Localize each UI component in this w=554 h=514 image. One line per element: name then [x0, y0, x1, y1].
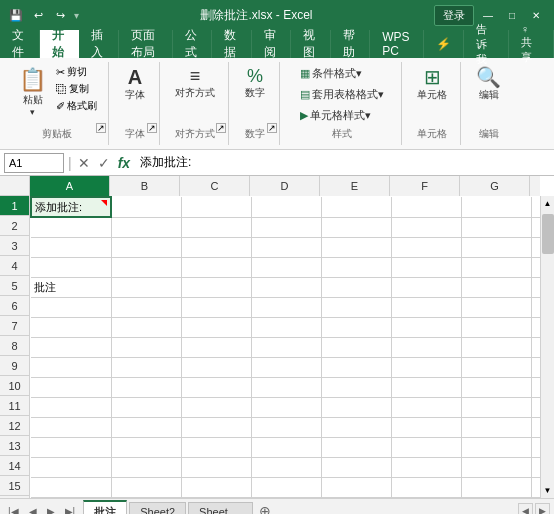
cell-G7[interactable] — [461, 317, 531, 337]
sheet-nav-last[interactable]: ▶| — [61, 504, 80, 515]
tab-review[interactable]: 审阅 — [252, 30, 292, 58]
cell-E11[interactable] — [321, 397, 391, 417]
row-header-4[interactable]: 4 — [0, 256, 29, 276]
cell-B13[interactable] — [111, 437, 181, 457]
cell-H5[interactable] — [531, 277, 540, 297]
cell-G14[interactable] — [461, 457, 531, 477]
tab-tell-me[interactable]: 告诉我 — [464, 30, 509, 58]
row-header-10[interactable]: 10 — [0, 376, 29, 396]
number-button[interactable]: % 数字 — [239, 64, 271, 103]
cell-E15[interactable] — [321, 477, 391, 497]
cell-E9[interactable] — [321, 357, 391, 377]
cell-G1[interactable] — [461, 197, 531, 217]
cell-B10[interactable] — [111, 377, 181, 397]
col-header-D[interactable]: D — [250, 176, 320, 196]
cell-B6[interactable] — [111, 297, 181, 317]
cell-C4[interactable] — [181, 257, 251, 277]
row-header-5[interactable]: 5 — [0, 276, 29, 296]
cell-F6[interactable] — [391, 297, 461, 317]
sheet-scroll-right[interactable]: ▶ — [535, 503, 550, 514]
cell-C9[interactable] — [181, 357, 251, 377]
sheet-nav-prev[interactable]: ◀ — [25, 504, 41, 515]
cell-H12[interactable] — [531, 417, 540, 437]
function-icon[interactable]: fx — [116, 155, 132, 171]
cell-A15[interactable] — [31, 477, 111, 497]
save-icon[interactable]: 💾 — [8, 7, 24, 23]
cell-E12[interactable] — [321, 417, 391, 437]
cut-button[interactable]: ✂ 剪切 — [53, 64, 100, 80]
cell-E5[interactable] — [321, 277, 391, 297]
sheet-tab-sheet3[interactable]: Sheet … — [188, 502, 253, 515]
cell-G11[interactable] — [461, 397, 531, 417]
font-button[interactable]: A 字体 — [119, 64, 151, 105]
cancel-icon[interactable]: ✕ — [76, 155, 92, 171]
cell-D8[interactable] — [251, 337, 321, 357]
cell-G9[interactable] — [461, 357, 531, 377]
cell-G4[interactable] — [461, 257, 531, 277]
tab-share[interactable]: ♀ 共享 — [509, 30, 554, 58]
col-header-G[interactable]: G — [460, 176, 530, 196]
cell-style-button[interactable]: ▶ 单元格样式▾ — [295, 106, 376, 125]
conditional-format-button[interactable]: ▦ 条件格式▾ — [295, 64, 367, 83]
cell-A1[interactable]: 添加批注: — [31, 197, 111, 217]
tab-view[interactable]: 视图 — [291, 30, 331, 58]
col-header-C[interactable]: C — [180, 176, 250, 196]
cell-B4[interactable] — [111, 257, 181, 277]
cell-A7[interactable] — [31, 317, 111, 337]
cell-H4[interactable] — [531, 257, 540, 277]
confirm-icon[interactable]: ✓ — [96, 155, 112, 171]
row-header-11[interactable]: 11 — [0, 396, 29, 416]
row-header-7[interactable]: 7 — [0, 316, 29, 336]
tab-help[interactable]: 帮助 — [331, 30, 371, 58]
sheet-nav-first[interactable]: |◀ — [4, 504, 23, 515]
cell-H8[interactable] — [531, 337, 540, 357]
cell-F1[interactable] — [391, 197, 461, 217]
cell-G3[interactable] — [461, 237, 531, 257]
cell-C12[interactable] — [181, 417, 251, 437]
cell-E2[interactable] — [321, 217, 391, 237]
sheet-nav-next[interactable]: ▶ — [43, 504, 59, 515]
cell-C8[interactable] — [181, 337, 251, 357]
cell-E10[interactable] — [321, 377, 391, 397]
cell-D6[interactable] — [251, 297, 321, 317]
cell-H13[interactable] — [531, 437, 540, 457]
cell-F5[interactable] — [391, 277, 461, 297]
cell-H2[interactable] — [531, 217, 540, 237]
cell-F11[interactable] — [391, 397, 461, 417]
scroll-down-button[interactable]: ▼ — [541, 484, 554, 498]
cell-C3[interactable] — [181, 237, 251, 257]
cell-A3[interactable] — [31, 237, 111, 257]
cell-A9[interactable] — [31, 357, 111, 377]
tab-formula[interactable]: 公式 — [173, 30, 213, 58]
cell-E4[interactable] — [321, 257, 391, 277]
cell-G8[interactable] — [461, 337, 531, 357]
editing-button[interactable]: 🔍 编辑 — [471, 64, 506, 105]
cell-C10[interactable] — [181, 377, 251, 397]
tab-wps[interactable]: WPS PC — [370, 30, 424, 58]
cell-C1[interactable] — [181, 197, 251, 217]
sheet-tab-sheet2[interactable]: Sheet2 — [129, 502, 186, 515]
cell-C11[interactable] — [181, 397, 251, 417]
font-expander[interactable]: ↗ — [147, 123, 157, 133]
cell-D1[interactable] — [251, 197, 321, 217]
cell-C14[interactable] — [181, 457, 251, 477]
cell-C2[interactable] — [181, 217, 251, 237]
cell-B5[interactable] — [111, 277, 181, 297]
cell-E7[interactable] — [321, 317, 391, 337]
cells-button[interactable]: ⊞ 单元格 — [412, 64, 452, 105]
cell-F12[interactable] — [391, 417, 461, 437]
cell-F9[interactable] — [391, 357, 461, 377]
cell-B3[interactable] — [111, 237, 181, 257]
add-sheet-button[interactable]: ⊕ — [255, 503, 275, 514]
cell-D7[interactable] — [251, 317, 321, 337]
cell-C5[interactable] — [181, 277, 251, 297]
alignment-button[interactable]: ≡ 对齐方式 — [170, 64, 220, 103]
tab-data[interactable]: 数据 — [212, 30, 252, 58]
scroll-thumb[interactable] — [542, 214, 554, 254]
row-header-2[interactable]: 2 — [0, 216, 29, 236]
row-header-6[interactable]: 6 — [0, 296, 29, 316]
cell-D12[interactable] — [251, 417, 321, 437]
cell-A10[interactable] — [31, 377, 111, 397]
cell-F10[interactable] — [391, 377, 461, 397]
cell-G12[interactable] — [461, 417, 531, 437]
